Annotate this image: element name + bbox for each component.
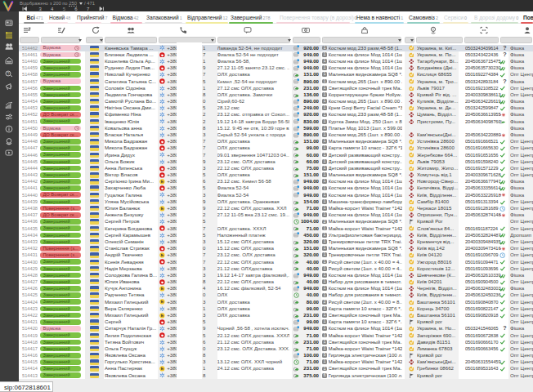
svg-text:?: ? — [7, 71, 10, 75]
